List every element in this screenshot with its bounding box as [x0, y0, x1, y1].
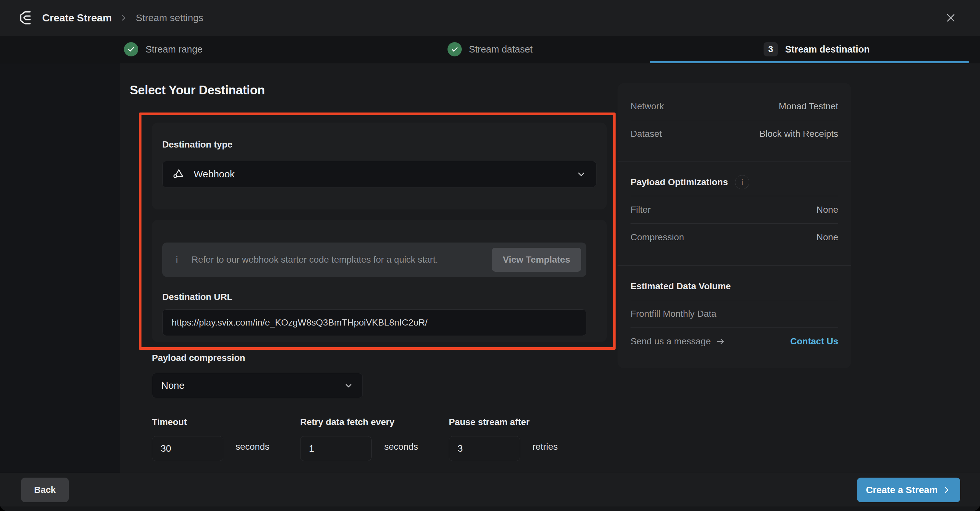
step-label: Stream dataset	[469, 44, 533, 55]
chevron-right-icon	[942, 486, 951, 495]
left-gutter	[0, 63, 120, 473]
step-label: Stream destination	[785, 44, 870, 55]
network-label: Network	[630, 101, 664, 111]
info-icon[interactable]: i	[735, 175, 749, 189]
summary-section-volume: Estimated Data Volume Frontfill Monthly …	[617, 265, 851, 363]
create-stream-modal: Create Stream Stream settings Stream ran…	[0, 0, 980, 511]
step-stream-range[interactable]: Stream range	[0, 36, 327, 63]
step-complete-check-icon	[447, 42, 462, 56]
step-number-badge: 3	[764, 42, 778, 56]
contact-message-label: Send us a message	[630, 336, 711, 347]
footer-bar: Back Create a Stream	[0, 473, 980, 506]
stepper: Stream range Stream dataset 3 Stream des…	[0, 36, 980, 63]
stream-summary-card: Network Monad Testnet Dataset Block with…	[617, 83, 851, 368]
banner-text: Refer to our webhook starter code templa…	[191, 254, 438, 265]
destination-type-label: Destination type	[162, 140, 232, 150]
filter-label: Filter	[630, 205, 651, 215]
dataset-label: Dataset	[630, 129, 662, 139]
create-stream-button[interactable]: Create a Stream	[857, 478, 960, 502]
estimated-volume-title: Estimated Data Volume	[630, 281, 731, 292]
step-complete-check-icon	[124, 42, 138, 56]
create-stream-label: Create a Stream	[866, 485, 938, 495]
summary-row-frontfill: Frontfill Monthly Data	[630, 300, 838, 327]
breadcrumb-chevron-icon	[119, 14, 128, 22]
dataset-value: Block with Receipts	[759, 129, 838, 139]
info-icon: i	[176, 254, 178, 265]
breadcrumb: Stream settings	[136, 12, 203, 23]
chevron-down-icon	[344, 381, 353, 390]
contact-us-link[interactable]: Contact Us	[790, 336, 838, 347]
step-stream-dataset[interactable]: Stream dataset	[327, 36, 654, 63]
payload-optimizations-title: Payload Optimizations	[630, 177, 728, 187]
quicknode-logo-icon	[18, 10, 34, 25]
destination-type-select[interactable]: Webhook	[162, 161, 597, 187]
timeout-unit: seconds	[235, 442, 269, 452]
summary-row-payload-title: Payload Optimizations i	[630, 168, 838, 196]
retry-unit: seconds	[384, 442, 418, 452]
summary-row-compression: Compression None	[630, 224, 838, 251]
webhook-icon	[172, 168, 185, 181]
arrow-right-icon	[716, 336, 725, 346]
payload-compression-select[interactable]: None	[152, 373, 363, 398]
summary-section-payload: Payload Optimizations i Filter None Comp…	[617, 162, 851, 265]
chevron-down-icon	[576, 169, 586, 179]
summary-row-contact: Send us a message Contact Us	[630, 328, 838, 355]
timeout-input[interactable]	[152, 436, 223, 461]
pause-unit: retries	[533, 442, 558, 452]
pause-label: Pause stream after	[449, 417, 530, 427]
compression-value: None	[816, 232, 838, 243]
timeout-label: Timeout	[152, 417, 187, 427]
summary-section-network: Network Monad Testnet Dataset Block with…	[617, 83, 851, 161]
templates-info-banner: i Refer to our webhook starter code temp…	[162, 243, 586, 277]
summary-row-volume-title: Estimated Data Volume	[630, 273, 838, 300]
pause-input[interactable]	[449, 436, 520, 461]
payload-compression-label: Payload compression	[152, 353, 245, 363]
summary-row-network: Network Monad Testnet	[630, 93, 838, 120]
filter-value: None	[816, 205, 838, 215]
close-button[interactable]	[942, 9, 960, 27]
back-button[interactable]: Back	[21, 478, 69, 502]
destination-type-card: Destination type Webhook	[152, 122, 607, 209]
summary-row-filter: Filter None	[630, 196, 838, 224]
frontfill-label: Frontfill Monthly Data	[630, 309, 716, 319]
network-value: Monad Testnet	[779, 101, 838, 111]
top-bar: Create Stream Stream settings	[0, 0, 980, 36]
payload-compression-value: None	[161, 380, 185, 391]
view-templates-button[interactable]: View Templates	[492, 248, 582, 272]
destination-url-input[interactable]	[162, 309, 586, 336]
content-area: Select Your Destination Destination type…	[0, 63, 980, 473]
webhook-settings-card: i Refer to our webhook starter code temp…	[152, 220, 607, 342]
destination-url-label: Destination URL	[162, 292, 232, 302]
step-label: Stream range	[145, 44, 202, 55]
retry-input[interactable]	[300, 436, 372, 461]
destination-type-value: Webhook	[194, 168, 235, 179]
compression-label: Compression	[630, 232, 684, 243]
close-icon	[945, 12, 956, 23]
summary-row-dataset: Dataset Block with Receipts	[630, 120, 838, 148]
step-stream-destination[interactable]: 3 Stream destination	[653, 36, 980, 63]
retry-label: Retry data fetch every	[300, 417, 394, 427]
page-title: Create Stream	[42, 12, 111, 24]
section-heading: Select Your Destination	[130, 83, 265, 97]
